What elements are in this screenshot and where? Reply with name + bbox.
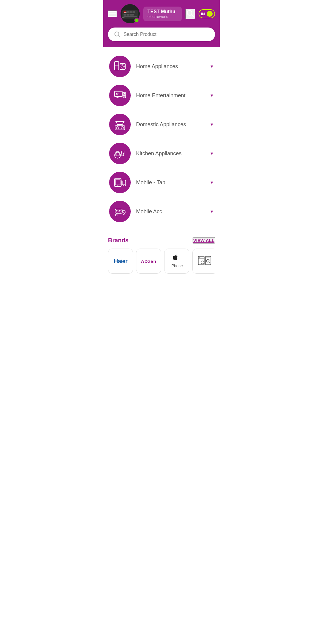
svg-point-57 bbox=[208, 261, 209, 262]
view-all-button[interactable]: VIEW ALL bbox=[193, 237, 215, 243]
avatar: Test shift bbox=[121, 4, 140, 23]
category-item-home-entertainment[interactable]: TV Home Entertainment ▼ bbox=[103, 81, 220, 110]
header: Test shift TEST Muthu electroworld IN bbox=[103, 0, 220, 28]
svg-point-28 bbox=[124, 93, 125, 94]
brands-title: Brands bbox=[108, 237, 129, 244]
svg-point-44 bbox=[123, 185, 124, 186]
svg-line-13 bbox=[191, 15, 194, 17]
svg-rect-16 bbox=[115, 62, 119, 70]
toggle-dot bbox=[207, 11, 213, 17]
category-item-domestic-appliances[interactable]: Domestic Appliances ▼ bbox=[103, 110, 220, 139]
svg-point-30 bbox=[124, 95, 125, 96]
online-indicator bbox=[134, 18, 139, 23]
brands-header: Brands VIEW ALL bbox=[108, 237, 215, 244]
svg-text:Test: Test bbox=[124, 11, 127, 13]
mobile-acc-icon bbox=[109, 201, 131, 222]
svg-point-21 bbox=[122, 66, 124, 67]
svg-rect-40 bbox=[115, 179, 120, 185]
domestic-appliances-label: Domestic Appliances bbox=[136, 121, 204, 128]
kitchen-appliances-label: Kitchen Appliances bbox=[136, 150, 204, 157]
category-item-mobile-tab[interactable]: Mobile - Tab ▼ bbox=[103, 168, 220, 197]
kitchen-appliances-icon bbox=[109, 143, 131, 164]
iphone-logo-wrap: iPhone bbox=[171, 255, 183, 268]
svg-point-46 bbox=[116, 210, 118, 212]
header-actions: IN bbox=[185, 9, 215, 19]
svg-text:TV: TV bbox=[116, 93, 118, 95]
svg-point-20 bbox=[121, 65, 124, 68]
iphone-label: iPhone bbox=[171, 264, 183, 268]
adzen-logo: ADzen bbox=[141, 259, 156, 264]
svg-point-47 bbox=[119, 210, 121, 212]
svg-point-54 bbox=[201, 261, 204, 264]
home-appliances-label: Home Appliances bbox=[136, 63, 204, 70]
brands-grid: Haier ADzen iPhone bbox=[108, 249, 215, 274]
search-button[interactable] bbox=[185, 9, 195, 19]
user-name: TEST Muthu bbox=[147, 9, 178, 14]
brand-card-haier[interactable]: Haier bbox=[108, 249, 133, 274]
svg-point-35 bbox=[115, 152, 121, 158]
svg-point-41 bbox=[118, 185, 118, 186]
region-label: IN bbox=[201, 12, 205, 16]
category-item-mobile-acc[interactable]: Mobile Acc ▼ bbox=[103, 197, 220, 226]
svg-point-34 bbox=[121, 127, 124, 129]
user-info-card: TEST Muthu electroworld bbox=[143, 7, 182, 21]
search-section bbox=[103, 28, 220, 47]
brand-card-iphone[interactable]: iPhone bbox=[164, 249, 189, 274]
search-bar bbox=[108, 28, 215, 41]
mobile-acc-label: Mobile Acc bbox=[136, 208, 204, 215]
svg-rect-43 bbox=[122, 181, 125, 185]
domestic-appliances-icon bbox=[109, 114, 131, 135]
mobile-tab-label: Mobile - Tab bbox=[136, 179, 204, 186]
brands-section: Brands VIEW ALL Haier ADzen iPhone bbox=[103, 231, 220, 280]
svg-rect-48 bbox=[123, 213, 124, 214]
home-entertainment-icon: TV bbox=[109, 85, 131, 106]
haier-logo: Haier bbox=[114, 258, 127, 265]
svg-rect-9 bbox=[124, 16, 137, 17]
chevron-down-icon: ▼ bbox=[210, 151, 214, 156]
svg-rect-4 bbox=[129, 11, 132, 13]
categories-section: Home Appliances ▼ TV Home Entertainment … bbox=[103, 47, 220, 231]
svg-rect-53 bbox=[199, 257, 200, 258]
category-item-kitchen-appliances[interactable]: Kitchen Appliances ▼ bbox=[103, 139, 220, 168]
home-appliances-icon bbox=[109, 56, 131, 77]
svg-rect-6 bbox=[124, 14, 126, 16]
user-subtitle: electroworld bbox=[147, 14, 178, 19]
svg-point-33 bbox=[116, 127, 119, 129]
mobile-tab-icon bbox=[109, 172, 131, 193]
hamburger-button[interactable] bbox=[108, 10, 117, 17]
brand-card-adzen[interactable]: ADzen bbox=[136, 249, 161, 274]
category-item-home-appliances[interactable]: Home Appliances ▼ bbox=[103, 52, 220, 81]
search-bar-icon bbox=[114, 31, 121, 38]
svg-rect-22 bbox=[121, 64, 121, 65]
svg-rect-5 bbox=[132, 11, 135, 13]
brand-card-4[interactable] bbox=[192, 249, 215, 274]
chevron-down-icon: ▼ bbox=[210, 180, 214, 185]
chevron-down-icon: ▼ bbox=[210, 64, 214, 69]
svg-rect-3 bbox=[127, 11, 129, 13]
chevron-down-icon: ▼ bbox=[210, 122, 214, 127]
svg-rect-7 bbox=[127, 14, 129, 16]
svg-text:shift: shift bbox=[122, 17, 125, 18]
chevron-down-icon: ▼ bbox=[210, 209, 214, 214]
home-entertainment-label: Home Entertainment bbox=[136, 92, 204, 99]
search-input[interactable] bbox=[124, 32, 209, 37]
svg-point-49 bbox=[115, 214, 117, 216]
region-toggle[interactable]: IN bbox=[199, 9, 215, 18]
brand4-product-icon bbox=[196, 252, 214, 270]
svg-line-15 bbox=[118, 36, 120, 37]
apple-logo-icon bbox=[173, 255, 180, 263]
svg-rect-8 bbox=[129, 14, 134, 16]
chevron-down-icon: ▼ bbox=[210, 93, 214, 98]
